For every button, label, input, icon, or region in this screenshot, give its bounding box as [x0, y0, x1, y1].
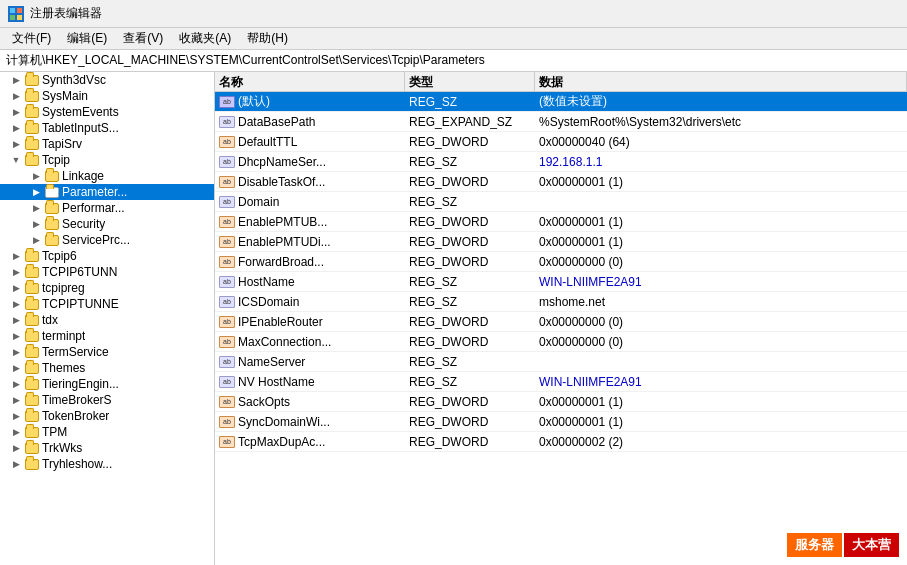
reg-icon-dword-4: ab: [219, 176, 235, 188]
table-row[interactable]: ab EnablePMTUDi... REG_DWORD 0x00000001 …: [215, 232, 907, 252]
tree-label-tcpip6tunn: TCPIP6TUNN: [42, 265, 117, 279]
table-row[interactable]: ab ForwardBroad... REG_DWORD 0x00000000 …: [215, 252, 907, 272]
tree-item-tcpip[interactable]: ▼ Tcpip: [0, 152, 214, 168]
expand-trkwks[interactable]: ▶: [8, 443, 24, 453]
table-row[interactable]: ab EnablePMTUB... REG_DWORD 0x00000001 (…: [215, 212, 907, 232]
tree-item-tcpip6tunn[interactable]: ▶ TCPIP6TUNN: [0, 264, 214, 280]
tree-item-sysmain[interactable]: ▶ SysMain: [0, 88, 214, 104]
table-row[interactable]: ab SackOpts REG_DWORD 0x00000001 (1): [215, 392, 907, 412]
tree-item-termservice[interactable]: ▶ TermService: [0, 344, 214, 360]
table-row[interactable]: ab (默认) REG_SZ (数值未设置): [215, 92, 907, 112]
tree-item-terminpt[interactable]: ▶ terminpt: [0, 328, 214, 344]
tree-item-trkwks[interactable]: ▶ TrkWks: [0, 440, 214, 456]
expand-tdx[interactable]: ▶: [8, 315, 24, 325]
menu-view[interactable]: 查看(V): [115, 28, 171, 49]
tree-item-themes[interactable]: ▶ Themes: [0, 360, 214, 376]
table-row[interactable]: ab IPEnableRouter REG_DWORD 0x00000000 (…: [215, 312, 907, 332]
table-row[interactable]: ab NV HostName REG_SZ WIN-LNIIMFE2A91: [215, 372, 907, 392]
cell-type-11: REG_DWORD: [405, 315, 535, 329]
svg-rect-0: [10, 8, 15, 13]
table-row[interactable]: ab MaxConnection... REG_DWORD 0x00000000…: [215, 332, 907, 352]
expand-systemevents[interactable]: ▶: [8, 107, 24, 117]
badge-camp: 大本营: [844, 533, 899, 557]
col-header-data[interactable]: 数据: [535, 72, 907, 91]
col-header-type[interactable]: 类型: [405, 72, 535, 91]
svg-rect-3: [17, 15, 22, 20]
window-title: 注册表编辑器: [30, 5, 102, 22]
table-row[interactable]: ab Domain REG_SZ: [215, 192, 907, 212]
tree-item-serviceprc[interactable]: ▶ ServicePrc...: [0, 232, 214, 248]
tree-item-parameters[interactable]: ▶ Parameter...: [0, 184, 214, 200]
expand-tokenbroker[interactable]: ▶: [8, 411, 24, 421]
folder-icon-security: [44, 217, 60, 231]
tree-label-tokenbroker: TokenBroker: [42, 409, 109, 423]
expand-timebrokers[interactable]: ▶: [8, 395, 24, 405]
expand-tcpip[interactable]: ▼: [8, 155, 24, 165]
tree-item-tokenbroker[interactable]: ▶ TokenBroker: [0, 408, 214, 424]
expand-performar[interactable]: ▶: [28, 203, 44, 213]
tree-item-tieringengine[interactable]: ▶ TieringEngin...: [0, 376, 214, 392]
expand-themes[interactable]: ▶: [8, 363, 24, 373]
table-row[interactable]: ab DataBasePath REG_EXPAND_SZ %SystemRoo…: [215, 112, 907, 132]
tree-item-timebrokers[interactable]: ▶ TimeBrokerS: [0, 392, 214, 408]
table-row[interactable]: ab DisableTaskOf... REG_DWORD 0x00000001…: [215, 172, 907, 192]
tree-item-tdx[interactable]: ▶ tdx: [0, 312, 214, 328]
tree-item-tpm[interactable]: ▶ TPM: [0, 424, 214, 440]
expand-linkage[interactable]: ▶: [28, 171, 44, 181]
expand-tcpipreg[interactable]: ▶: [8, 283, 24, 293]
menu-help[interactable]: 帮助(H): [239, 28, 296, 49]
expand-parameters[interactable]: ▶: [28, 187, 44, 197]
expand-terminpt[interactable]: ▶: [8, 331, 24, 341]
table-row[interactable]: ab ICSDomain REG_SZ mshome.net: [215, 292, 907, 312]
svg-rect-1: [17, 8, 22, 13]
table-row[interactable]: ab DefaultTTL REG_DWORD 0x00000040 (64): [215, 132, 907, 152]
reg-icon-sz-0: ab: [219, 96, 235, 108]
cell-type-4: REG_DWORD: [405, 175, 535, 189]
tree-item-tryhleshow[interactable]: ▶ Tryhleshow...: [0, 456, 214, 472]
expand-tieringengine[interactable]: ▶: [8, 379, 24, 389]
expand-tcpiptunne[interactable]: ▶: [8, 299, 24, 309]
tree-item-performar[interactable]: ▶ Performar...: [0, 200, 214, 216]
tree-item-tcpipreg[interactable]: ▶ tcpipreg: [0, 280, 214, 296]
folder-icon-termservice: [24, 345, 40, 359]
expand-termservice[interactable]: ▶: [8, 347, 24, 357]
tree-item-security[interactable]: ▶ Security: [0, 216, 214, 232]
address-path: 计算机\HKEY_LOCAL_MACHINE\SYSTEM\CurrentCon…: [6, 52, 485, 69]
tree-item-linkage[interactable]: ▶ Linkage: [0, 168, 214, 184]
expand-tpm[interactable]: ▶: [8, 427, 24, 437]
menu-file[interactable]: 文件(F): [4, 28, 59, 49]
tree-item-tabletinputsv[interactable]: ▶ TabletInputS...: [0, 120, 214, 136]
tree-item-systemevents[interactable]: ▶ SystemEvents: [0, 104, 214, 120]
menu-edit[interactable]: 编辑(E): [59, 28, 115, 49]
badge-server: 服务器: [787, 533, 842, 557]
cell-name-16: ab SyncDomainWi...: [215, 415, 405, 429]
reg-icon-dword-11: ab: [219, 316, 235, 328]
expand-tryhleshow[interactable]: ▶: [8, 459, 24, 469]
tree-item-tapisrv[interactable]: ▶ TapiSrv: [0, 136, 214, 152]
menu-favorites[interactable]: 收藏夹(A): [171, 28, 239, 49]
tree-item-synth3dvsc[interactable]: ▶ Synth3dVsc: [0, 72, 214, 88]
table-row[interactable]: ab HostName REG_SZ WIN-LNIIMFE2A91: [215, 272, 907, 292]
expand-sysmain[interactable]: ▶: [8, 91, 24, 101]
expand-security[interactable]: ▶: [28, 219, 44, 229]
table-row[interactable]: ab TcpMaxDupAc... REG_DWORD 0x00000002 (…: [215, 432, 907, 452]
expand-tcpip6tunn[interactable]: ▶: [8, 267, 24, 277]
table-row[interactable]: ab NameServer REG_SZ: [215, 352, 907, 372]
expand-tabletinputsv[interactable]: ▶: [8, 123, 24, 133]
col-header-name[interactable]: 名称: [215, 72, 405, 91]
tree-label-tpm: TPM: [42, 425, 67, 439]
reg-icon-sz-13: ab: [219, 356, 235, 368]
folder-icon-tcpiptunne: [24, 297, 40, 311]
expand-tapisrv[interactable]: ▶: [8, 139, 24, 149]
tree-item-tcpiptunne[interactable]: ▶ TCPIPTUNNE: [0, 296, 214, 312]
title-bar: 注册表编辑器: [0, 0, 907, 28]
table-row[interactable]: ab DhcpNameSer... REG_SZ 192.168.1.1: [215, 152, 907, 172]
tree-label-security: Security: [62, 217, 105, 231]
reg-icon-sz-3: ab: [219, 156, 235, 168]
expand-tcpip6[interactable]: ▶: [8, 251, 24, 261]
tree-item-tcpip6[interactable]: ▶ Tcpip6: [0, 248, 214, 264]
cell-type-13: REG_SZ: [405, 355, 535, 369]
table-row[interactable]: ab SyncDomainWi... REG_DWORD 0x00000001 …: [215, 412, 907, 432]
expand-serviceprc[interactable]: ▶: [28, 235, 44, 245]
expand-synth3dvsc[interactable]: ▶: [8, 75, 24, 85]
